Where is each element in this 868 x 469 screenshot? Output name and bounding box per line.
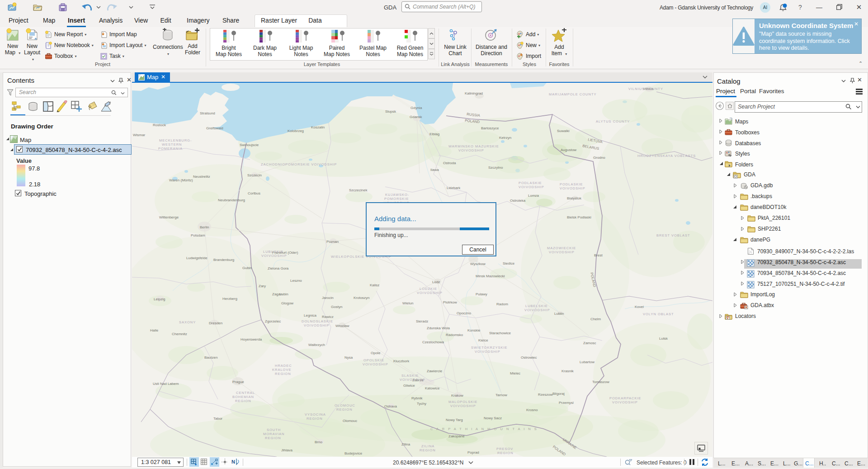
svg-text:Wyszkow: Wyszkow [470,262,486,266]
svg-text:Koszalin: Koszalin [311,125,325,129]
svg-text:Greifswald: Greifswald [206,126,223,130]
svg-text:Ketrzyn: Ketrzyn [499,136,511,140]
svg-text:Gostyn: Gostyn [331,305,342,309]
svg-text:REGION: REGION [307,417,323,421]
svg-text:Gdansk: Gdansk [410,115,423,119]
svg-text:Swinoujscie: Swinoujscie [240,143,259,147]
svg-text:REGION: REGION [265,436,281,440]
svg-text:SAXONY: SAXONY [179,320,196,324]
svg-text:PODLASKIE: PODLASKIE [519,181,542,185]
svg-text:VOIVODSHIP: VOIVODSHIP [524,308,550,312]
svg-text:Glogow: Glogow [281,301,293,305]
svg-text:HRODZYENSKAYA VOBLASTS: HRODZYENSKAYA VOBLASTS [637,154,696,158]
svg-text:VOIVODSHIP: VOIVODSHIP [450,404,476,408]
svg-text:Starachowice: Starachowice [489,331,511,335]
svg-text:Herzberg: Herzberg [222,297,237,301]
svg-text:Minsk Mazowiecki: Minsk Mazowiecki [476,274,505,278]
svg-text:Gdynia: Gdynia [410,106,422,110]
svg-text:Rzeszow: Rzeszow [538,393,553,397]
svg-text:Pulawy: Pulawy [476,292,487,296]
svg-text:Dresden: Dresden [209,321,222,325]
svg-text:Leipzig: Leipzig [154,297,165,301]
svg-text:C A R P A T H I A N M O U N: C A R P A T H I A N M O U N T A I N S [430,427,538,431]
svg-text:Tarnow: Tarnow [495,393,507,397]
svg-text:VOIVODSHIP: VOIVODSHIP [261,254,287,258]
svg-text:VOIVODSHIP: VOIVODSHIP [363,362,388,366]
svg-text:Zakopane: Zakopane [448,434,465,438]
svg-text:Nowy Sacz: Nowy Sacz [484,416,502,420]
svg-text:Szczecin: Szczecin [247,173,262,177]
svg-text:Gubin: Gubin [242,266,252,270]
svg-text:MARIJAMPOLE COUNTY: MARIJAMPOLE COUNTY [549,92,597,96]
svg-text:VOIVODSHIP: VOIVODSHIP [304,323,330,327]
svg-text:Opole: Opole [371,351,381,355]
svg-text:Tychy: Tychy [417,402,426,406]
svg-text:Tabor: Tabor [213,417,222,421]
svg-text:Lublin: Lublin [554,312,564,316]
svg-text:Nowy Targ: Nowy Targ [446,418,463,422]
svg-text:Krakow: Krakow [451,393,463,398]
svg-text:Zagan: Zagan [272,292,283,296]
svg-text:PRESOV: PRESOV [496,447,513,451]
svg-text:Piotrkow: Piotrkow [443,300,457,304]
svg-text:Wittenberge: Wittenberge [159,215,179,219]
svg-text:Hoyerswerda: Hoyerswerda [241,337,262,341]
svg-text:Krosno: Krosno [526,408,538,412]
svg-text:Opoczno: Opoczno [457,311,472,315]
svg-text:Brest: Brest [594,253,603,257]
svg-text:Lodz: Lodz [432,280,440,284]
svg-text:Gliwice: Gliwice [403,384,415,388]
svg-text:Szczytno: Szczytno [488,166,503,170]
svg-text:Rawicz: Rawicz [322,315,334,319]
svg-text:KUJAWSKO-: KUJAWSKO- [385,193,409,197]
svg-text:Radomsko: Radomsko [446,333,463,337]
svg-text:ZILINA: ZILINA [421,444,434,448]
svg-text:KRALOVE: KRALOVE [272,368,291,372]
svg-text:Budejovice: Budejovice [344,451,363,455]
svg-text:Zilina: Zilina [401,442,410,446]
svg-text:Kluczbork: Kluczbork [393,359,410,363]
svg-text:Szczecinek: Szczecinek [349,188,368,192]
svg-text:REGION: REGION [420,448,436,452]
svg-text:Lidzbark: Lidzbark [447,186,461,190]
svg-text:REGION: REGION [235,399,251,403]
svg-text:Brandenburg: Brandenburg [213,258,234,262]
svg-text:Zamosc: Zamosc [583,341,596,345]
svg-text:Krasnik: Krasnik [561,369,574,373]
svg-text:Zawiercie: Zawiercie [427,369,443,373]
svg-text:POMORSKIE: POMORSKIE [384,197,409,201]
svg-text:ZACHODNIOPOMORSKIE VOIVODSHIP: ZACHODNIOPOMORSKIE VOIVODSHIP [261,162,337,166]
svg-text:Sieradz: Sieradz [416,319,428,323]
svg-text:Nysa: Nysa [344,355,353,360]
svg-text:Neubrandenburg: Neubrandenburg [218,198,245,202]
svg-text:Kovel: Kovel [635,305,644,309]
svg-text:LUBUSKIE: LUBUSKIE [263,250,283,254]
svg-text:Bielsk Podlaski: Bielsk Podlaski [567,215,591,219]
svg-text:Katowice: Katowice [425,386,440,390]
svg-text:Lutsk: Lutsk [659,336,668,341]
svg-text:VOIVODSHIP: VOIVODSHIP [560,186,585,190]
svg-text:SWIETOKRZYSKIE: SWIETOKRZYSKIE [471,346,508,350]
svg-text:Kolobrzeg: Kolobrzeg [288,129,304,133]
svg-text:Ostrowiec: Ostrowiec [521,355,537,360]
svg-text:LUBELSKIE: LUBELSKIE [525,304,548,308]
svg-text:Siedlce: Siedlce [503,261,515,265]
svg-text:Bautzen: Bautzen [204,355,217,360]
svg-text:Elblag: Elblag [429,132,439,136]
svg-text:Lomza: Lomza [528,194,539,198]
svg-text:Augustow: Augustow [561,148,576,152]
svg-text:SLASKIE: SLASKIE [401,374,419,378]
svg-text:Radom: Radom [496,302,508,306]
svg-text:Bilgoraj: Bilgoraj [552,392,565,396]
svg-text:VOIVODSHIP: VOIVODSHIP [612,400,638,404]
svg-text:Grodno: Grodno [593,156,605,160]
svg-text:Potsdam: Potsdam [191,233,205,237]
svg-text:Brno: Brno [315,440,322,444]
svg-text:Mielec: Mielec [510,371,520,375]
svg-text:WARMINSKO MAZURSKIE: WARMINSKO MAZURSKIE [448,144,499,148]
svg-text:Ostroleka: Ostroleka [510,199,526,203]
svg-text:Olomouc: Olomouc [343,419,357,423]
svg-text:MALOPOLSKIE: MALOPOLSKIE [448,400,477,404]
svg-text:Neustrelitz: Neustrelitz [193,175,210,179]
svg-text:Kielce: Kielce [478,338,488,342]
